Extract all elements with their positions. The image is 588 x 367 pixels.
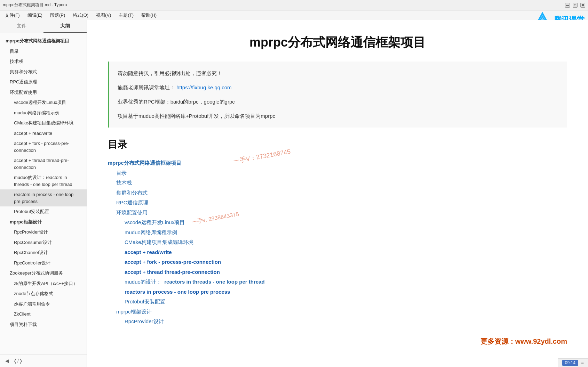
maximize-button[interactable]: □ — [573, 3, 578, 8]
toc-link-accept-fork[interactable]: accept + fork - process-pre-connection — [125, 259, 221, 265]
toc-link-muduo[interactable]: muduo网络库编程示例 — [125, 229, 177, 235]
toc-item-muduo-design[interactable]: muduo的设计： reactors in threads - one loop… — [108, 277, 567, 287]
toc-item-toc[interactable]: 目录 — [108, 168, 567, 178]
toc-item-cmake[interactable]: CMake构建项目集成编译环境 — [108, 237, 567, 247]
notice-box: 请勿随意拷贝，引用必指明出处，违者必究！ 施磊老师腾讯课堂地址： https:/… — [108, 62, 567, 128]
notice-link[interactable]: https://fixbug.ke.qq.com — [176, 84, 231, 90]
minimize-button[interactable]: — — [565, 3, 570, 8]
sidebar-item-muduo[interactable]: muduo网络库编程示例 — [0, 108, 87, 118]
sidebar-item-download[interactable]: 项目资料下载 — [0, 319, 87, 330]
page-title: mprpc分布式网络通信框架项目 — [108, 34, 567, 51]
toc-item-cluster[interactable]: 集群和分布式 — [108, 188, 567, 198]
toc-link-toc[interactable]: 目录 — [116, 170, 127, 176]
watermark-3: 更多资源：www.92ydl.com — [480, 337, 567, 346]
toc-link-cmake[interactable]: CMake构建项目集成编译环境 — [125, 239, 193, 245]
sidebar-item-accept-thread[interactable]: accept + thread thread-pre-connection — [0, 155, 87, 172]
menu-edit[interactable]: 编辑(E) — [24, 11, 46, 19]
sidebar-item-znode[interactable]: znode节点存储格式 — [0, 288, 87, 299]
sidebar-item-env[interactable]: 环境配置使用 — [0, 87, 87, 98]
sidebar-item-cluster[interactable]: 集群和分布式 — [0, 67, 87, 77]
sidebar-item-framework[interactable]: mprpc框架设计 — [0, 217, 87, 227]
toc-item-framework[interactable]: mprpc框架设计 — [108, 307, 567, 317]
sidebar-item-protobuf[interactable]: Protobuf安装配置 — [0, 206, 87, 217]
toc-link-tech[interactable]: 技术栈 — [116, 180, 132, 186]
menu-view[interactable]: 视图(V) — [93, 11, 114, 19]
sidebar-item-tech[interactable]: 技术栈 — [0, 56, 87, 67]
toc-item-vscode[interactable]: vscode远程开发Linux项目 — [108, 218, 567, 228]
menu-format[interactable]: 格式(O) — [69, 11, 92, 19]
sidebar-item-rpc[interactable]: RPC通信原理 — [0, 77, 87, 87]
tab-outline[interactable]: 大纲 — [43, 20, 87, 33]
sidebar-tabs: 文件 大纲 — [0, 20, 87, 33]
sidebar-item-vscode[interactable]: vscode远程开发Linux项目 — [0, 97, 87, 108]
menu-paragraph[interactable]: 段落(P) — [47, 11, 69, 19]
sidebar: 文件 大纲 mprpc分布式网络通信框架项目 目录 技术栈 集群和分布式 RPC… — [0, 20, 87, 367]
close-button[interactable]: ✕ — [580, 3, 585, 8]
toc-link-muduo-design[interactable]: muduo的设计： reactors in threads - one loop… — [125, 279, 265, 285]
sidebar-item-accept-fork[interactable]: accept + fork - process-pre-connection — [0, 138, 87, 155]
menu-help[interactable]: 帮助(H) — [138, 11, 160, 19]
status-icon: ≡ — [581, 360, 584, 366]
toc-item-reactors[interactable]: reactors in process - one loop pre proce… — [108, 287, 567, 297]
sidebar-item-cmake[interactable]: CMake构建项目集成编译环境 — [0, 118, 87, 128]
toc-item-accept-rw[interactable]: accept + read/write — [108, 247, 567, 258]
tab-files[interactable]: 文件 — [0, 20, 43, 33]
sidebar-item-zk-api[interactable]: zk的原生开发API（c/c++接口） — [0, 278, 87, 289]
app-container: 文件 大纲 mprpc分布式网络通信框架项目 目录 技术栈 集群和分布式 RPC… — [0, 20, 588, 367]
toc-link-accept-rw[interactable]: accept + read/write — [125, 249, 172, 255]
toc-link-accept-thread[interactable]: accept + thread thread-pre-connection — [125, 269, 220, 275]
sidebar-item-rpcconsumer[interactable]: RpcConsumer设计 — [0, 237, 87, 248]
nav-bottom: ◀ ❬/❭ — [0, 354, 87, 367]
toc-title: 目录 — [108, 138, 567, 151]
toc-item-env[interactable]: 环境配置使用 — [108, 208, 567, 218]
toc-item-project[interactable]: mprpc分布式网络通信框架项目 — [108, 158, 567, 168]
title-bar-text: mprpc分布式框架项目.md - Typora — [3, 2, 67, 8]
toc-item-tech[interactable]: 技术栈 — [108, 178, 567, 188]
sidebar-item-project[interactable]: mprpc分布式网络通信框架项目 — [0, 36, 87, 46]
sidebar-item-rpcprovider[interactable]: RpcProvider设计 — [0, 227, 87, 237]
toc-item-muduo[interactable]: muduo网络库编程示例 — [108, 228, 567, 238]
sidebar-item-zookeeper[interactable]: Zookeeper分布式协调服务 — [0, 268, 87, 278]
main-content[interactable]: 一手V：2732168745 一手v: 2938843375 更多资源：www.… — [87, 20, 588, 367]
sidebar-content[interactable]: mprpc分布式网络通信框架项目 目录 技术栈 集群和分布式 RPC通信原理 环… — [0, 33, 87, 354]
sidebar-item-toc[interactable]: 目录 — [0, 46, 87, 57]
sidebar-item-accept-rw[interactable]: accept + read/write — [0, 128, 87, 139]
time-badge: 09:14 — [562, 360, 578, 366]
toc-link-cluster[interactable]: 集群和分布式 — [116, 190, 148, 196]
sidebar-item-rpccontroller[interactable]: RpcController设计 — [0, 258, 87, 268]
menu-theme[interactable]: 主题(T) — [115, 11, 137, 19]
notice-line-4: 项目基于muduo高性能网络库+Protobuf开发，所以命名项目为mprpc — [118, 111, 559, 121]
notice-line-3: 业界优秀的RPC框架：baidu的brpc，google的grpc — [118, 97, 559, 106]
toc-link-rpc[interactable]: RPC通信原理 — [116, 199, 148, 205]
notice-line-2: 施磊老师腾讯课堂地址： https://fixbug.ke.qq.com — [118, 83, 559, 92]
toc-link-project[interactable]: mprpc分布式网络通信框架项目 — [108, 160, 181, 166]
sidebar-item-reactors[interactable]: reactors in process - one loop pre proce… — [0, 189, 87, 206]
sidebar-item-zkclient[interactable]: ZkClient — [0, 309, 87, 319]
nav-prev-button[interactable]: ◀ — [3, 357, 11, 365]
toc-item-rpc[interactable]: RPC通信原理 — [108, 198, 567, 208]
toc-link-reactors[interactable]: reactors in process - one loop pre proce… — [125, 289, 230, 295]
toc-item-protobuf[interactable]: Protobuf安装配置 — [108, 297, 567, 307]
sidebar-item-rpcchannel[interactable]: RpcChannel设计 — [0, 247, 87, 258]
toc-link-vscode[interactable]: vscode远程开发Linux项目 — [125, 219, 185, 225]
sidebar-item-zk-client-cmd[interactable]: zk客户端常用命令 — [0, 299, 87, 309]
toc-link-protobuf[interactable]: Protobuf安装配置 — [125, 299, 165, 304]
notice-line-1: 请勿随意拷贝，引用必指明出处，违者必究！ — [118, 68, 559, 78]
toc-link-framework[interactable]: mprpc框架设计 — [116, 309, 152, 315]
toc-item-accept-fork[interactable]: accept + fork - process-pre-connection — [108, 257, 567, 267]
nav-code-button[interactable]: ❬/❭ — [14, 357, 22, 365]
menu-file[interactable]: 文件(F) — [1, 11, 23, 19]
title-bar-controls: — □ ✕ — [565, 3, 585, 8]
status-bar: 09:14 ≡ — [558, 358, 588, 367]
toc-item-accept-thread[interactable]: accept + thread thread-pre-connection — [108, 267, 567, 277]
title-bar: mprpc分布式框架项目.md - Typora — □ ✕ — [0, 0, 588, 10]
toc-link-rpcprovider[interactable]: RpcProvider设计 — [125, 318, 164, 324]
menu-bar: 文件(F) 编辑(E) 段落(P) 格式(O) 视图(V) 主题(T) 帮助(H… — [0, 10, 588, 20]
toc-link-env[interactable]: 环境配置使用 — [116, 210, 148, 215]
sidebar-item-muduo-design[interactable]: muduo的设计：reactors in threads - one loop … — [0, 172, 87, 189]
toc-item-rpcprovider[interactable]: RpcProvider设计 — [108, 317, 567, 327]
toc-container: mprpc分布式网络通信框架项目 目录 技术栈 集群和分布式 RPC通信原理 环… — [108, 157, 567, 328]
